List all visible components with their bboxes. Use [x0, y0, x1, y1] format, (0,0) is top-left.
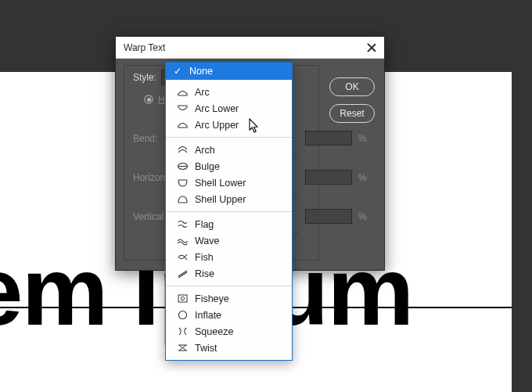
menu-item-label: Inflate: [195, 310, 221, 321]
arc-lower-icon: [177, 103, 189, 113]
svg-point-4: [179, 311, 187, 319]
fish-icon: [177, 252, 189, 262]
menu-item-label: Arc: [195, 87, 210, 98]
check-icon: ✓: [174, 66, 182, 77]
menu-item-fish[interactable]: Fish: [166, 249, 292, 265]
menu-item-label: Arc Upper: [195, 120, 239, 131]
menu-item-twist[interactable]: Twist: [166, 340, 292, 356]
menu-item-none[interactable]: ✓ None: [166, 63, 292, 80]
rise-icon: [177, 268, 189, 279]
vdist-percent: %: [358, 211, 367, 222]
menu-item-arc[interactable]: Arc: [166, 84, 292, 100]
dialog-titlebar[interactable]: Warp Text: [116, 37, 384, 59]
menu-item-inflate[interactable]: Inflate: [166, 307, 292, 323]
arc-upper-icon: [177, 120, 189, 130]
svg-point-3: [181, 297, 184, 300]
menu-item-label: Twist: [195, 343, 217, 354]
menu-item-label: Squeeze: [195, 326, 233, 337]
flag-icon: [177, 219, 189, 229]
vdist-value-input[interactable]: [305, 209, 352, 224]
menu-item-wave[interactable]: Wave: [166, 232, 292, 249]
menu-item-squeeze[interactable]: Squeeze: [166, 323, 292, 340]
menu-item-label: None: [189, 66, 213, 77]
workspace-rightbar: [512, 0, 532, 392]
menu-item-rise[interactable]: Rise: [166, 265, 292, 282]
menu-item-label: Fisheye: [195, 293, 229, 304]
menu-item-label: Arch: [195, 145, 215, 156]
bulge-icon: [177, 161, 189, 171]
dialog-title: Warp Text: [124, 42, 165, 53]
ok-button[interactable]: OK: [329, 77, 375, 96]
style-dropdown-menu[interactable]: ✓ None ArcArc LowerArc UpperArchBulgeShe…: [165, 62, 293, 361]
menu-item-label: Shell Upper: [195, 194, 246, 205]
bend-value-input[interactable]: [305, 131, 352, 146]
radio-icon: [144, 95, 153, 104]
menu-item-shell-upper[interactable]: Shell Upper: [166, 191, 292, 207]
style-label: Style:: [133, 72, 156, 83]
menu-item-arch[interactable]: Arch: [166, 142, 292, 158]
menu-item-label: Shell Lower: [195, 178, 246, 189]
menu-item-shell-lower[interactable]: Shell Lower: [166, 174, 292, 191]
arch-icon: [177, 145, 189, 155]
bend-percent: %: [358, 133, 367, 144]
orientation-label: H: [158, 94, 165, 105]
svg-rect-2: [178, 295, 187, 302]
hdist-percent: %: [358, 172, 367, 183]
menu-item-label: Arc Lower: [195, 103, 239, 114]
menu-item-label: Fish: [195, 252, 214, 263]
menu-item-bulge[interactable]: Bulge: [166, 158, 292, 174]
shell-upper-icon: [177, 194, 189, 204]
menu-item-arc-upper[interactable]: Arc Upper: [166, 117, 292, 133]
menu-item-label: Wave: [195, 236, 220, 246]
orientation-horizontal-radio[interactable]: H: [144, 94, 165, 105]
wave-icon: [177, 236, 189, 246]
close-icon[interactable]: [365, 41, 378, 54]
menu-item-label: Bulge: [195, 161, 220, 172]
shell-lower-icon: [177, 178, 189, 188]
twist-icon: [177, 343, 189, 353]
inflate-icon: [177, 310, 189, 320]
menu-item-flag[interactable]: Flag: [166, 216, 292, 232]
app-stage: em Ipsum Warp Text Style: None H Bend:: [0, 0, 532, 392]
hdist-value-input[interactable]: [305, 170, 352, 185]
reset-button[interactable]: Reset: [329, 104, 375, 123]
arc-icon: [177, 87, 189, 97]
menu-item-fisheye[interactable]: Fisheye: [166, 290, 292, 307]
fisheye-icon: [177, 293, 189, 304]
menu-item-label: Rise: [195, 268, 214, 279]
menu-item-arc-lower[interactable]: Arc Lower: [166, 100, 292, 117]
cursor-icon: [249, 118, 260, 134]
squeeze-icon: [177, 326, 189, 336]
menu-item-label: Flag: [195, 219, 214, 230]
